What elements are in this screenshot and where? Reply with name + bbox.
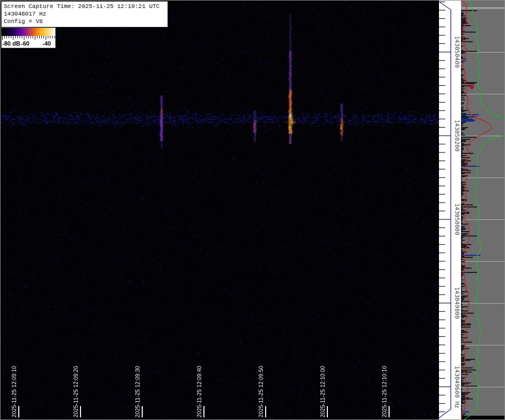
time-tick-mark xyxy=(203,406,204,417)
time-tick-label: 2025-11-25 12:09:20 xyxy=(72,366,79,417)
spectrum-display-panel xyxy=(461,0,505,420)
frequency-tick-label: 143050400 xyxy=(453,36,460,68)
frequency-tick-label: 143049600 Hz xyxy=(453,366,460,408)
meteor-scatter-monitor-screen: 1430504001430502001430500001430498001430… xyxy=(0,0,505,420)
time-tick-label: 2025-11-25 12:10:10 xyxy=(381,366,388,417)
intensity-colorbar: -80 dB -60 -40 xyxy=(1,27,56,48)
time-tick-mark xyxy=(265,406,266,417)
time-tick-label: 2025-11-25 12:09:10 xyxy=(11,366,18,417)
time-tick-mark xyxy=(389,406,390,417)
capture-info-box: Screen Capture Time: 2025-11-25 12:10:21… xyxy=(1,1,168,27)
colorbar-min-label: -80 dB xyxy=(2,40,20,47)
time-tick-mark xyxy=(327,406,328,417)
center-frequency: 143048017 Hz xyxy=(4,10,165,18)
frequency-tick-label: 143050000 xyxy=(453,203,460,235)
time-tick-mark xyxy=(142,406,143,417)
screen-capture-time: Screen Capture Time: 2025-11-25 12:10:21… xyxy=(4,3,165,10)
time-tick-mark xyxy=(80,406,81,417)
time-tick-label: 2025-11-25 12:09:30 xyxy=(134,366,141,417)
colorbar-mid-label: -60 xyxy=(21,40,30,47)
config-label: Config = V8 xyxy=(4,18,165,25)
time-tick-mark xyxy=(18,406,19,417)
colorbar-max-label: -40 xyxy=(42,40,51,47)
frequency-tick-label: 143050200 xyxy=(453,120,460,152)
colorbar-gradient xyxy=(2,28,55,36)
colorbar-tick-ruler xyxy=(2,36,55,40)
spectrogram-waterfall xyxy=(0,0,439,420)
frequency-axis-bracket xyxy=(439,2,451,418)
colorbar-labels: -80 dB -60 -40 xyxy=(2,40,55,48)
frequency-axis: 1430504001430502001430500001430498001430… xyxy=(439,0,461,420)
frequency-tick-label: 143049800 xyxy=(453,287,460,319)
time-tick-label: 2025-11-25 12:10:00 xyxy=(319,366,326,417)
time-tick-label: 2025-11-25 12:09:40 xyxy=(196,366,203,417)
time-tick-label: 2025-11-25 12:09:50 xyxy=(258,366,265,417)
